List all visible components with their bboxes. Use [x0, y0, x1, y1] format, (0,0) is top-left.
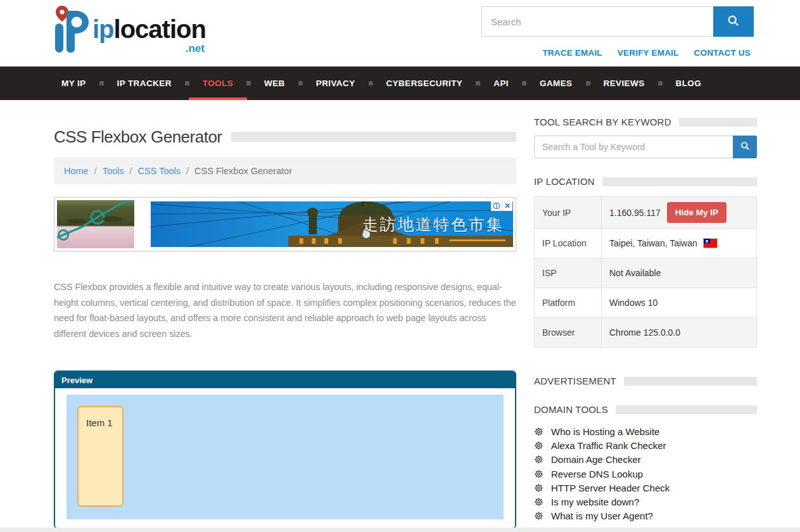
gear-icon [534, 441, 543, 450]
logo-text: iplocation .net [92, 5, 206, 54]
ad-close-icon[interactable]: ✕ [502, 201, 512, 211]
ad-banner[interactable]: 走訪地道特色市集 ⓘ ✕ [54, 197, 516, 251]
gear-icon [534, 483, 543, 493]
taiwan-flag-icon [704, 239, 717, 248]
nav-separator [99, 81, 104, 86]
preview-panel-header: Preview [55, 372, 515, 388]
tool-description: CSS Flexbox provides a flexible and intu… [54, 279, 516, 341]
search-icon [727, 14, 740, 30]
platform-label: Platform [535, 288, 602, 318]
header-search-button[interactable] [713, 6, 754, 37]
list-item[interactable]: Domain Age Checker [534, 453, 757, 467]
page-body: CSS Flexbox Generator Home / Tools / CSS… [0, 100, 800, 529]
your-ip-label: Your IP [535, 197, 602, 229]
browser-value: Chrome 125.0.0.0 [602, 318, 757, 348]
isp-value: Not Available [602, 258, 757, 288]
breadcrumb-separator: / [94, 166, 97, 176]
verify-email-link[interactable]: VERIFY EMAIL [618, 48, 679, 58]
ad-right-image[interactable]: 走訪地道特色市集 [151, 201, 513, 247]
browser-label: Browser [535, 318, 602, 348]
nav-item-reviews[interactable]: REVIEWS [596, 66, 652, 100]
list-item[interactable]: Is my website down? [534, 495, 757, 509]
ad-text: 走訪地道特色市集 [362, 214, 504, 235]
tool-search [534, 136, 757, 158]
main-nav: MY IP IP TRACKER TOOLS WEB PRIVACY CYBER… [0, 66, 800, 100]
nav-separator [658, 81, 663, 86]
ip-location-heading: IP LOCATION [534, 176, 595, 187]
header-search [481, 6, 754, 37]
nav-item-api[interactable]: API [486, 66, 516, 100]
footer-strip [0, 528, 800, 532]
preview-title: Preview [61, 376, 92, 385]
breadcrumb-tools[interactable]: Tools [103, 166, 124, 176]
sidebar: TOOL SEARCH BY KEYWORD IP LOCATION Your … [534, 100, 757, 529]
your-ip-value: 1.160.95.117 [609, 208, 661, 218]
list-item[interactable]: Reverse DNS Lookup [534, 467, 757, 481]
table-row: Platform Windows 10 [535, 288, 757, 318]
breadcrumb: Home / Tools / CSS Tools / CSS Flexbox G… [54, 158, 516, 184]
breadcrumb-separator: / [130, 166, 132, 176]
heading-decoration-bar [624, 377, 757, 386]
table-row: Your IP 1.160.95.117 Hide My IP [535, 197, 757, 229]
logo-tld: .net [92, 43, 206, 54]
advertisement-heading: ADVERTISEMENT [534, 376, 616, 386]
gear-icon [534, 497, 543, 507]
nav-item-web[interactable]: WEB [257, 66, 293, 100]
nav-item-cybersecurity[interactable]: CYBERSECURITY [379, 66, 471, 100]
heading-decoration-bar [616, 405, 757, 414]
nav-item-blog[interactable]: BLOG [668, 66, 709, 100]
nav-separator [246, 81, 251, 86]
hide-my-ip-button[interactable]: Hide My IP [667, 202, 727, 223]
page-title: CSS Flexbox Generator [54, 127, 231, 147]
heading-decoration-bar [602, 177, 757, 186]
gear-icon [534, 427, 543, 436]
list-item[interactable]: HTTP Server Header Check [534, 481, 757, 495]
list-item[interactable]: Who is Hosting a Website [534, 424, 757, 438]
site-header: iplocation .net TRACE EMAIL VERIFY EMAIL… [0, 0, 800, 66]
nav-item-my-ip[interactable]: MY IP [54, 66, 94, 100]
header-links: TRACE EMAIL VERIFY EMAIL CONTACT US [542, 48, 751, 58]
nav-item-ip-tracker[interactable]: IP TRACKER [110, 66, 179, 100]
nav-item-games[interactable]: GAMES [532, 66, 580, 100]
tool-search-heading: TOOL SEARCH BY KEYWORD [534, 117, 671, 127]
table-row: IP Location Taipei, Taiwan, Taiwan [535, 229, 757, 258]
flex-preview-container: Item 1 [67, 395, 504, 519]
table-row: Browser Chrome 125.0.0.0 [535, 318, 757, 348]
domain-tools-heading: DOMAIN TOOLS [534, 404, 608, 415]
table-row: ISP Not Available [535, 258, 757, 288]
breadcrumb-css-tools[interactable]: CSS Tools [138, 166, 181, 176]
logo-ip: ip [92, 15, 114, 43]
ad-info-icon[interactable]: ⓘ [491, 201, 502, 211]
nav-separator [476, 81, 480, 86]
header-search-input[interactable] [481, 6, 713, 37]
breadcrumb-current: CSS Flexbox Generator [194, 166, 292, 176]
gear-icon [534, 455, 543, 464]
isp-label: ISP [535, 258, 602, 288]
domain-tools-list: Who is Hosting a Website Alexa Traffic R… [534, 424, 757, 523]
search-icon [740, 141, 751, 153]
trace-email-link[interactable]: TRACE EMAIL [542, 48, 602, 58]
breadcrumb-home[interactable]: Home [64, 166, 89, 176]
ip-location-label: IP Location [535, 229, 602, 258]
preview-panel: Preview Item 1 [54, 370, 516, 529]
tool-search-button[interactable] [733, 136, 757, 158]
gear-icon [534, 511, 543, 521]
nav-separator [586, 81, 590, 86]
nav-separator [369, 81, 373, 86]
logo-location: location [114, 15, 206, 43]
list-item[interactable]: Alexa Traffic Rank Checker [534, 438, 757, 452]
heading-decoration-bar [679, 118, 757, 127]
breadcrumb-separator: / [186, 166, 189, 176]
ad-left-image[interactable] [57, 200, 134, 248]
logo-pin-icon [49, 5, 90, 56]
nav-item-tools[interactable]: TOOLS [195, 66, 241, 100]
tool-search-input[interactable] [534, 136, 733, 158]
nav-separator [298, 81, 303, 86]
ad-choice-icons: ⓘ ✕ [491, 201, 512, 211]
flex-preview-item-1: Item 1 [77, 406, 124, 507]
nav-item-privacy[interactable]: PRIVACY [308, 66, 363, 100]
gear-icon [534, 469, 543, 479]
site-logo[interactable]: iplocation .net [49, 5, 206, 56]
list-item[interactable]: What is my User Agent? [534, 509, 757, 523]
contact-us-link[interactable]: CONTACT US [694, 48, 751, 58]
